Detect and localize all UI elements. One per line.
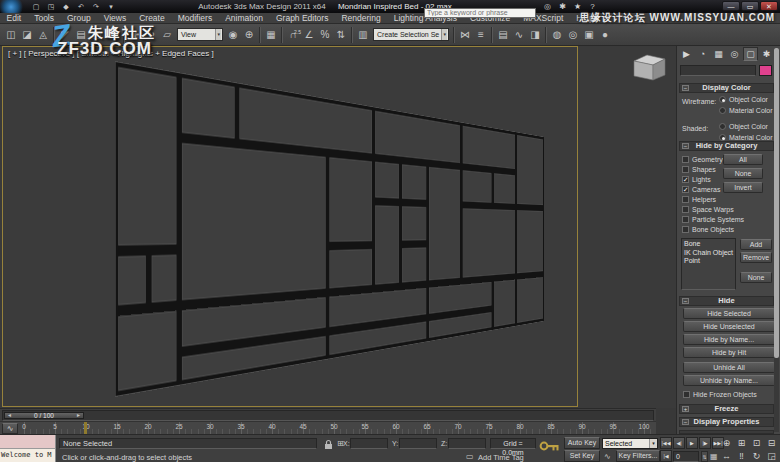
hide-by-hit-button[interactable]: Hide by Hit bbox=[683, 347, 775, 358]
object-name-field[interactable] bbox=[680, 65, 756, 76]
shaded-material-color-option[interactable]: Material Color bbox=[719, 134, 773, 141]
menu-tools[interactable]: Tools bbox=[28, 13, 61, 23]
previous-frame-icon[interactable]: ◀| bbox=[673, 437, 685, 449]
keyboard-shortcut-override-icon[interactable]: ▦ bbox=[263, 26, 279, 43]
zoom-extents-icon[interactable]: ⊡ bbox=[749, 437, 764, 449]
shaded-object-color-option[interactable]: Object Color bbox=[719, 123, 768, 130]
curve-editor-icon[interactable]: ∿ bbox=[511, 26, 527, 43]
select-and-link-icon[interactable]: ◫ bbox=[3, 26, 19, 43]
time-slider-track[interactable]: ◄ 0 / 100 ► bbox=[2, 410, 654, 421]
rollout-hide-by-category[interactable]: − Hide by Category bbox=[679, 141, 774, 151]
menu-modifiers[interactable]: Modifiers bbox=[171, 13, 218, 23]
tab-modify-icon[interactable]: ◔ bbox=[695, 47, 710, 61]
time-slider-handle[interactable]: ◄ 0 / 100 ► bbox=[4, 412, 84, 419]
zoom-icon[interactable]: ⊕ bbox=[719, 437, 734, 449]
perspective-viewport[interactable]: [ + ] [ Perspective ] [ Smooth + Highlig… bbox=[2, 46, 578, 407]
scrollbar-thumb[interactable] bbox=[774, 48, 779, 358]
dropdown-arrow-icon[interactable]: ▾ bbox=[649, 439, 657, 448]
render-production-icon[interactable]: ● bbox=[597, 26, 613, 43]
object-color-swatch[interactable] bbox=[759, 65, 772, 76]
save-file-icon[interactable]: ◆ bbox=[60, 1, 72, 12]
checkbox-box[interactable] bbox=[682, 166, 689, 173]
rollout-toggle-icon[interactable]: − bbox=[682, 419, 689, 425]
mondrian-bed-object[interactable] bbox=[115, 61, 544, 397]
x-field[interactable] bbox=[350, 438, 388, 449]
all-button[interactable]: All bbox=[723, 154, 763, 165]
angle-snap-icon[interactable]: ∠ bbox=[301, 26, 317, 43]
list-item-ik-chain-object[interactable]: IK Chain Object bbox=[682, 249, 735, 258]
tab-create-icon[interactable]: ▶ bbox=[679, 47, 694, 61]
tab-display-icon[interactable]: ▢ bbox=[743, 47, 758, 61]
hide-selected-button[interactable]: Hide Selected bbox=[683, 308, 775, 319]
menu-animation[interactable]: Animation bbox=[219, 13, 270, 23]
communication-center-icon[interactable]: ✱ bbox=[557, 1, 568, 12]
orbit-icon[interactable]: ↻ bbox=[749, 450, 764, 462]
none-list-button[interactable]: None bbox=[740, 272, 772, 283]
add-time-tag[interactable]: Add Time Tag bbox=[478, 453, 524, 462]
go-to-start-icon[interactable]: |◀◀ bbox=[660, 437, 672, 449]
select-and-move-icon[interactable]: ✚ bbox=[127, 26, 143, 43]
menu-create[interactable]: Create bbox=[133, 13, 172, 23]
dropdown-arrow-icon[interactable]: ▾ bbox=[215, 29, 221, 40]
track-bar[interactable]: ∿ 05101520253035404550556065707580859095… bbox=[0, 421, 656, 434]
list-item-bone[interactable]: Bone bbox=[682, 240, 735, 249]
key-filters-button[interactable]: Key Filters... bbox=[616, 450, 660, 462]
menu-help[interactable]: Help bbox=[570, 13, 600, 23]
hide-by-name-button[interactable]: Hide by Name... bbox=[683, 334, 775, 345]
maxscript-macro-recorder[interactable] bbox=[0, 435, 56, 449]
invert-button[interactable]: Invert bbox=[723, 182, 763, 193]
checkbox-box[interactable] bbox=[682, 206, 689, 213]
bind-to-space-warp-icon[interactable]: ◬ bbox=[35, 26, 51, 43]
shaded-material-color-radio[interactable] bbox=[719, 134, 726, 141]
align-icon[interactable]: ≡ bbox=[473, 26, 489, 43]
category-space-warps[interactable]: Space Warps bbox=[682, 204, 744, 214]
frame-spinner[interactable]: ⇅ bbox=[701, 451, 708, 462]
selection-lock-icon[interactable] bbox=[324, 439, 333, 450]
set-key-button[interactable]: Set Key bbox=[564, 450, 600, 462]
remove-list-button[interactable]: Remove bbox=[740, 252, 772, 263]
menu-rendering[interactable]: Rendering bbox=[335, 13, 387, 23]
maxscript-mini-listener[interactable]: Welcome to M bbox=[0, 449, 56, 462]
unhide-all-button[interactable]: Unhide All bbox=[683, 362, 775, 373]
key-mode-dropdown[interactable]: Selected ▾ bbox=[602, 438, 658, 449]
list-item-point[interactable]: Point bbox=[682, 257, 735, 266]
rollout-toggle-icon[interactable]: − bbox=[682, 298, 689, 304]
select-by-name-icon[interactable]: ▤ bbox=[73, 26, 89, 43]
unhide-by-name-button[interactable]: Unhide by Name... bbox=[683, 375, 775, 386]
minimize-button[interactable]: — bbox=[722, 1, 740, 11]
tab-utilities-icon[interactable]: ✱ bbox=[759, 47, 774, 61]
wireframe-object-color-radio[interactable] bbox=[719, 96, 726, 103]
redo-icon[interactable]: ↷ bbox=[90, 1, 102, 12]
render-setup-icon[interactable]: ◎ bbox=[565, 26, 581, 43]
mirror-icon[interactable]: ⋈ bbox=[457, 26, 473, 43]
command-panel-scrollbar[interactable] bbox=[774, 48, 779, 432]
y-field[interactable] bbox=[399, 438, 437, 449]
play-icon[interactable]: ▶ bbox=[686, 437, 698, 449]
use-pivot-point-center-icon[interactable]: ◉ bbox=[225, 26, 241, 43]
reference-coordinate-system-dropdown[interactable]: View▾ bbox=[177, 28, 223, 41]
material-editor-icon[interactable]: ◍ bbox=[549, 26, 565, 43]
select-and-manipulate-icon[interactable]: ⊕ bbox=[241, 26, 257, 43]
pan-icon[interactable]: ↔ bbox=[719, 450, 734, 462]
new-scene-icon[interactable]: ▢ bbox=[30, 1, 42, 12]
menu-edit[interactable]: Edit bbox=[0, 13, 28, 23]
current-frame-field[interactable]: 0 bbox=[673, 451, 699, 462]
wireframe-material-color-option[interactable]: Material Color bbox=[719, 107, 773, 114]
checkbox-box[interactable] bbox=[682, 156, 689, 163]
category-bone-objects[interactable]: Bone Objects bbox=[682, 224, 744, 234]
rollout-hide[interactable]: − Hide bbox=[679, 296, 774, 306]
category-particle-systems[interactable]: Particle Systems bbox=[682, 214, 744, 224]
set-key-mode-icon[interactable]: ∿ bbox=[604, 451, 611, 462]
select-and-scale-icon[interactable]: ▱ bbox=[159, 26, 175, 43]
next-frame-icon[interactable]: |▶ bbox=[699, 437, 711, 449]
hide-unselected-button[interactable]: Hide Unselected bbox=[683, 321, 775, 332]
max-logo-icon[interactable] bbox=[0, 0, 26, 13]
checkbox-box[interactable] bbox=[682, 216, 689, 223]
checkbox-box[interactable]: ✓ bbox=[682, 186, 689, 193]
wireframe-object-color-option[interactable]: Object Color bbox=[719, 96, 768, 103]
previous-key-icon[interactable]: |◀ bbox=[660, 450, 672, 462]
spinner-snap-icon[interactable]: ⇅ bbox=[333, 26, 349, 43]
z-field[interactable] bbox=[448, 438, 486, 449]
tab-motion-icon[interactable]: ◎ bbox=[727, 47, 742, 61]
help-icon[interactable]: ? bbox=[587, 1, 598, 12]
